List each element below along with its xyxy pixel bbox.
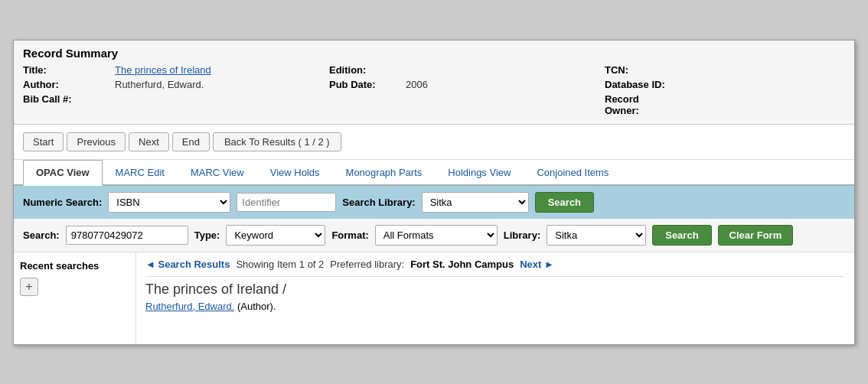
numeric-search-bar: Numeric Search: ISBN Search Library: Sit… (14, 186, 854, 219)
record-summary-section: Record Summary Title: The princes of Ire… (14, 41, 854, 125)
back-to-results-button[interactable]: Back To Results ( 1 / 2 ) (213, 132, 341, 151)
library-label: Library: (504, 229, 540, 241)
title-label: Title: (23, 64, 115, 76)
tab-conjoined-items[interactable]: Conjoined Items (524, 160, 622, 186)
type-select[interactable]: Keyword (226, 225, 325, 246)
type-label: Type: (194, 229, 220, 241)
tab-monograph-parts[interactable]: Monograph Parts (333, 160, 436, 186)
results-header: ◄ Search Results Showing Item 1 of 2 Pre… (145, 259, 845, 270)
tab-marc-edit[interactable]: MARC Edit (103, 160, 178, 186)
tabs-row: OPAC View MARC Edit MARC View View Holds… (14, 160, 854, 186)
add-recent-search-button[interactable]: + (20, 278, 38, 296)
tab-opac-view[interactable]: OPAC View (23, 160, 103, 186)
tab-marc-view[interactable]: MARC View (178, 160, 257, 186)
results-area: Recent searches + ◄ Search Results Showi… (14, 252, 854, 344)
library-select[interactable]: Sitka (547, 225, 646, 246)
bib-call-label: Bib Call #: (23, 93, 115, 105)
preferred-lib-value: Fort St. John Campus (410, 259, 514, 270)
recent-searches-panel: Recent searches + (14, 252, 136, 344)
results-panel: ◄ Search Results Showing Item 1 of 2 Pre… (136, 252, 854, 344)
author-value: Rutherfurd, Edward. (115, 79, 329, 90)
book-author: Rutherfurd, Edward. (Author). (145, 301, 845, 312)
tcn-label: TCN: (605, 64, 666, 76)
search-row: Search: Type: Keyword Format: All Format… (14, 219, 854, 252)
previous-button[interactable]: Previous (67, 132, 126, 151)
main-container: Record Summary Title: The princes of Ire… (13, 40, 855, 345)
pubdate-value: 2006 (406, 79, 605, 90)
end-button[interactable]: End (172, 132, 210, 151)
search-row-search-button[interactable]: Search (652, 225, 711, 246)
recent-searches-label: Recent searches (20, 260, 129, 272)
database-id-label: Database ID: (605, 79, 666, 90)
numeric-search-type-select[interactable]: ISBN (108, 192, 230, 213)
format-label: Format: (331, 229, 368, 241)
back-to-search-results-link[interactable]: ◄ Search Results (145, 259, 230, 270)
pubdate-label: Pub Date: (329, 79, 406, 90)
book-title: The princes of Ireland / (145, 281, 845, 298)
search-library-select[interactable]: Sitka (422, 192, 529, 213)
numeric-search-button[interactable]: Search (535, 192, 594, 213)
author-suffix: (Author). (234, 301, 276, 312)
tab-holdings-view[interactable]: Holdings View (435, 160, 524, 186)
nav-buttons-row: Start Previous Next End Back To Results … (14, 125, 854, 160)
clear-form-button[interactable]: Clear Form (718, 225, 794, 246)
preferred-lib-label: Preferred library: (330, 259, 404, 270)
tab-view-holds[interactable]: View Holds (257, 160, 333, 186)
search-library-label: Search Library: (342, 197, 415, 208)
next-button[interactable]: Next (129, 132, 169, 151)
record-owner-label: Record Owner: (605, 93, 666, 116)
title-value[interactable]: The princes of Ireland (115, 64, 329, 76)
results-next-link[interactable]: Next ► (520, 259, 554, 270)
search-row-label: Search: (23, 229, 60, 241)
format-select[interactable]: All Formats (375, 225, 498, 246)
author-label: Author: (23, 79, 115, 90)
numeric-search-input[interactable] (237, 193, 336, 212)
separator (145, 276, 845, 277)
record-summary-heading: Record Summary (23, 47, 845, 60)
start-button[interactable]: Start (23, 132, 64, 151)
author-link[interactable]: Rutherfurd, Edward. (145, 301, 234, 312)
search-row-input[interactable] (66, 226, 188, 245)
numeric-search-label: Numeric Search: (23, 197, 102, 208)
showing-text: Showing Item 1 of 2 (236, 259, 324, 270)
record-grid: Title: The princes of Ireland Edition: T… (23, 64, 845, 116)
edition-label: Edition: (329, 64, 406, 76)
